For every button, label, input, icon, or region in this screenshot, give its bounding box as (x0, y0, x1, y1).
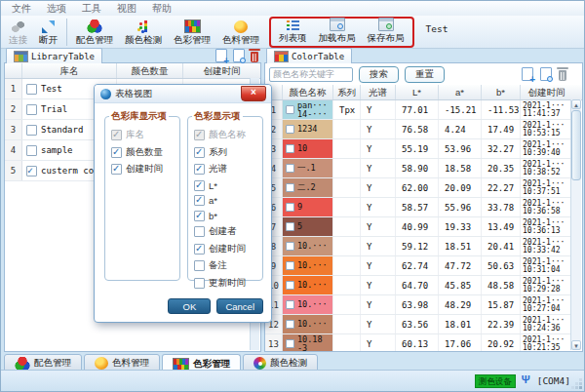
color-row[interactable]: 310Y55.1953.9632.272021-1···10:39:40 (265, 139, 572, 159)
scroll-up-icon[interactable]: ▲ (571, 99, 581, 109)
checkbox-series[interactable] (194, 147, 205, 158)
display-option-b-star[interactable]: b* (194, 211, 257, 221)
color-row[interactable]: 1010.···Y64.7045.8548.582021-1···10:29:2… (265, 276, 572, 295)
scroll-thumb[interactable] (571, 110, 581, 180)
display-option-l-star[interactable]: L* (194, 180, 257, 191)
color-row[interactable]: 1310.18-3Y60.1317.0620.922021-1···10:21:… (265, 334, 572, 352)
color-row[interactable]: 21234Y76.584.2417.492021-1···10:53:15 (265, 120, 572, 139)
checkbox-a-star[interactable] (194, 195, 205, 206)
ok-button[interactable]: OK (168, 298, 211, 314)
toolbar-button-color-management[interactable]: 色彩管理 (168, 17, 216, 48)
checkbox-create-time[interactable] (111, 164, 122, 175)
library-checkbox[interactable] (26, 84, 37, 95)
color-checkbox[interactable] (286, 183, 294, 192)
checkbox-l-star[interactable] (194, 180, 205, 191)
color-col-time[interactable]: 创建时间 (521, 85, 572, 99)
delete-color-icon[interactable] (559, 70, 566, 81)
display-option-library-name[interactable]: 库名 (111, 129, 175, 141)
menu-item-options[interactable]: 选项 (40, 2, 73, 16)
toolbar-button-load-layout[interactable]: 加载布局 (313, 19, 362, 46)
cancel-button[interactable]: Cancel (216, 298, 263, 314)
color-checkbox[interactable] (286, 261, 294, 270)
toolbar-button-list-items[interactable]: 列表项 (273, 19, 313, 46)
color-col-a[interactable]: a* (439, 85, 482, 99)
display-option-create-time[interactable]: 创建时间 (194, 243, 257, 255)
checkbox-library-name[interactable] (111, 130, 122, 140)
scroll-down-icon[interactable]: ▼ (571, 340, 581, 350)
color-row[interactable]: 910.···Y62.7447.7250.632021-1···10:31:04 (265, 256, 572, 276)
search-color-icon[interactable] (540, 67, 552, 81)
color-checkbox[interactable] (286, 339, 294, 348)
color-col-series[interactable]: 系列 (333, 85, 361, 99)
reset-button[interactable]: 重置 (405, 66, 445, 83)
display-option-color-count[interactable]: 颜色数量 (111, 146, 175, 159)
color-scrollbar[interactable]: ▲ ▼ (570, 99, 581, 350)
delete-library-icon[interactable] (251, 52, 258, 62)
checkbox-b-star[interactable] (194, 211, 205, 221)
color-checkbox[interactable] (286, 281, 294, 290)
display-option-a-star[interactable]: a* (194, 195, 257, 206)
library-checkbox[interactable] (26, 104, 37, 115)
color-checkbox[interactable] (286, 300, 294, 309)
library-checkbox[interactable] (26, 145, 37, 156)
color-row[interactable]: 1pan···14-···TpxY77.01-15.21-11.532021-1… (265, 100, 572, 120)
toolbar-button-color-matching-management[interactable]: 配色管理 (70, 17, 119, 48)
checkbox-spectrum[interactable] (194, 164, 205, 175)
checkbox-creator[interactable] (194, 226, 205, 237)
color-checkbox[interactable] (286, 164, 294, 173)
color-checkbox[interactable] (286, 320, 294, 329)
color-row[interactable]: 69Y58.5755.9633.782021-1···10:36:58 (265, 198, 572, 217)
disconnect-button[interactable]: 断开 (33, 17, 63, 48)
search-button[interactable]: 搜索 (359, 66, 399, 83)
checkbox-create-time[interactable] (194, 244, 205, 255)
resize-grip[interactable] (579, 386, 582, 389)
color-col-b[interactable]: b* (482, 85, 521, 99)
library-checkbox[interactable] (26, 166, 37, 176)
menu-item-file[interactable]: 文件 (5, 2, 38, 16)
checkbox-update-time[interactable] (194, 278, 205, 289)
color-search-input[interactable] (269, 67, 353, 82)
display-option-color-name[interactable]: 颜色名称 (194, 129, 257, 141)
color-checkbox[interactable] (286, 144, 294, 153)
color-col-spectrum[interactable]: 光谱 (361, 85, 396, 99)
toolbar-button-color-detection[interactable]: 颜色检测 (119, 17, 168, 48)
color-row[interactable]: 75Y40.9919.3313.492021-1···10:36:13 (265, 217, 572, 237)
search-library-icon[interactable] (233, 49, 245, 62)
library-col-count[interactable]: 颜色数量 (117, 63, 183, 78)
color-col-l[interactable]: L* (396, 85, 439, 99)
color-panel-tab[interactable]: ColorTable (266, 48, 352, 63)
add-color-icon[interactable] (522, 67, 533, 81)
menu-item-tools[interactable]: 工具 (75, 2, 108, 16)
library-panel-tab[interactable]: LibraryTable (6, 48, 102, 63)
library-col-time[interactable]: 创建时间 (183, 63, 260, 78)
color-checkbox[interactable] (286, 222, 294, 231)
color-row[interactable]: 4一.1Y58.9018.5820.352021-1···10:38:52 (265, 159, 572, 178)
color-row[interactable]: 5二.2Y62.0020.0922.272021-1···10:37:51 (265, 178, 572, 198)
color-checkbox[interactable] (286, 242, 294, 251)
display-option-create-time[interactable]: 创建时间 (111, 163, 175, 176)
close-icon[interactable]: × (241, 86, 266, 101)
toolbar-button-colorant-management[interactable]: 色料管理 (216, 17, 265, 48)
display-option-creator[interactable]: 创建者 (194, 225, 257, 238)
color-row[interactable]: 1210.···Y63.5618.0122.392021-1···10:24:3… (265, 315, 572, 334)
color-row[interactable]: 810.···Y59.1218.5120.412021-1···10:33:42 (265, 237, 572, 256)
color-checkbox[interactable] (286, 125, 294, 134)
toolbar-button-save-layout[interactable]: 保存布局 (362, 19, 410, 46)
menu-item-view[interactable]: 视图 (110, 2, 143, 16)
checkbox-color-name[interactable] (194, 130, 205, 140)
display-option-update-time[interactable]: 更新时间 (194, 277, 257, 290)
library-checkbox[interactable] (26, 125, 37, 136)
checkbox-remark[interactable] (194, 260, 205, 271)
color-col-name[interactable]: 颜色名称 (283, 85, 333, 99)
color-checkbox[interactable] (286, 203, 294, 212)
menu-item-help[interactable]: 帮助 (145, 2, 178, 16)
connect-button[interactable]: 连接 (3, 17, 33, 48)
add-library-icon[interactable] (215, 49, 227, 62)
color-checkbox[interactable] (286, 105, 294, 114)
library-col-name[interactable]: 库名 (22, 63, 117, 78)
display-option-spectrum[interactable]: 光谱 (194, 163, 257, 176)
color-row[interactable]: 1110.···Y63.9848.2915.872021-1···10:27:0… (265, 295, 572, 315)
display-option-series[interactable]: 系列 (194, 146, 257, 159)
checkbox-color-count[interactable] (111, 147, 122, 158)
display-option-remark[interactable]: 备注 (194, 259, 257, 272)
